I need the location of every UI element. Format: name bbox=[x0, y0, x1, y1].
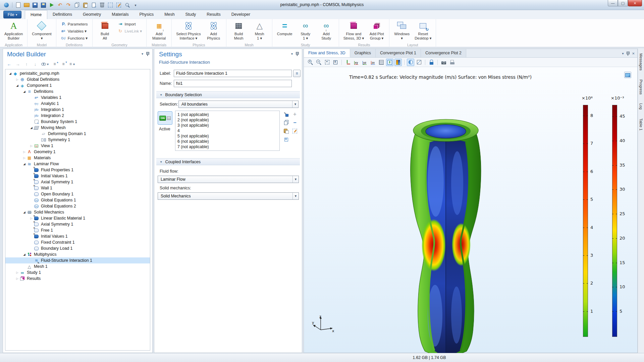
tree-item-fluid-structure-interaction-1[interactable]: Fluid-Structure Interaction 1 bbox=[5, 257, 150, 263]
zoom-out-button[interactable] bbox=[315, 59, 322, 66]
view-xy-button[interactable] bbox=[353, 59, 360, 66]
ribbon-tab-physics[interactable]: Physics bbox=[134, 10, 159, 19]
boundary-list-item[interactable]: 5 (not applicable) bbox=[175, 133, 279, 139]
zoom-to-selection-button[interactable] bbox=[283, 136, 289, 142]
show-equation-button[interactable]: ≡ bbox=[293, 70, 301, 77]
solid-mechanics-combo[interactable]: Solid Mechanics ▼ bbox=[158, 192, 299, 200]
tree-item-mesh-1[interactable]: Mesh 1 bbox=[5, 263, 150, 269]
boundary-selection-section-header[interactable]: ▼ Boundary Selection bbox=[156, 91, 300, 98]
ribbon-tab-home[interactable]: Home bbox=[25, 10, 47, 19]
docked-tab-messages[interactable]: Messages bbox=[639, 51, 643, 73]
qat-clear-selection[interactable] bbox=[115, 1, 122, 9]
docked-tab-table-1[interactable]: Table 1 bbox=[639, 116, 643, 132]
boundary-list-item[interactable]: 6 (not applicable) bbox=[175, 139, 279, 144]
qat-save-as[interactable] bbox=[40, 1, 47, 9]
component-button[interactable]: Component ▾ bbox=[31, 20, 53, 41]
tree-item-materials[interactable]: ▷Materials bbox=[5, 155, 150, 161]
pin-icon[interactable] bbox=[296, 52, 299, 56]
node-text-button[interactable]: ≡▾ bbox=[69, 61, 75, 67]
clip-plane-button[interactable] bbox=[415, 59, 423, 66]
image-snapshot-button[interactable] bbox=[624, 72, 631, 78]
tree-item-integration-1[interactable]: Integration 1 bbox=[5, 107, 150, 113]
tree-item-view-1[interactable]: ▷View 1 bbox=[5, 143, 150, 149]
tree-item-global-definitions[interactable]: ▷Global Definitions bbox=[5, 76, 150, 82]
tree-item-axial-symmetry-1[interactable]: Axial Symmetry 1 bbox=[5, 179, 150, 185]
paste-button[interactable] bbox=[283, 128, 289, 134]
tree-item-laminar-flow[interactable]: ◢Laminar Flow bbox=[5, 161, 150, 167]
livelink-button[interactable]: LiveLink ▾ bbox=[116, 28, 144, 34]
boundary-list-item[interactable]: 2 (not applicable) bbox=[175, 117, 279, 123]
add-physics-button[interactable]: Add Physics bbox=[204, 20, 223, 41]
qat-paste[interactable] bbox=[82, 1, 89, 9]
ribbon-tab-developer[interactable]: Developer bbox=[226, 10, 256, 19]
forward-button[interactable]: → bbox=[15, 61, 20, 67]
tree-item-global-equations-1[interactable]: Global Equations 1 bbox=[5, 197, 150, 203]
build-all-button[interactable]: Build All bbox=[96, 20, 114, 41]
tree-item-initial-values-1[interactable]: Initial Values 1 bbox=[5, 233, 150, 239]
pump-3d-visualization[interactable] bbox=[405, 111, 487, 361]
qat-copy[interactable] bbox=[73, 1, 80, 9]
chevron-down-icon[interactable]: ▾ bbox=[291, 52, 293, 56]
tree-item-initial-values-1[interactable]: Initial Values 1 bbox=[5, 173, 150, 179]
application-builder-button[interactable]: Application Builder bbox=[3, 20, 24, 41]
close-button[interactable]: × bbox=[628, 0, 642, 6]
qat-qat-dropdown[interactable] bbox=[132, 1, 139, 9]
reset-desktop-button[interactable]: Reset Desktop ▾ bbox=[413, 20, 433, 41]
color-legend-button[interactable] bbox=[394, 59, 402, 66]
pin-icon[interactable] bbox=[626, 51, 629, 56]
minimize-button[interactable]: — bbox=[608, 0, 618, 6]
tree-item-boundary-load-1[interactable]: Boundary Load 1 bbox=[5, 245, 150, 251]
boundary-selection-list[interactable]: 1 (not applicable)2 (not applicable)3 (n… bbox=[175, 111, 280, 151]
zoom-in-button[interactable] bbox=[307, 59, 314, 66]
zoom-box-button[interactable] bbox=[323, 59, 331, 66]
create-selection-button[interactable] bbox=[283, 111, 289, 117]
docked-tab-progress[interactable]: Progress bbox=[639, 77, 643, 97]
transparency-button[interactable] bbox=[407, 59, 414, 66]
tree-item-moving-mesh[interactable]: ◢Moving Mesh bbox=[5, 125, 150, 131]
boundary-list-item[interactable]: 3 (not applicable) bbox=[175, 123, 279, 128]
title-bar[interactable]: peristaltic_pump.mph - COMSOL Multiphysi… bbox=[0, 0, 644, 10]
expand-icon[interactable]: ▷ bbox=[15, 78, 19, 81]
tree-item-boundary-system-1[interactable]: Boundary System 1 bbox=[5, 119, 150, 125]
collapse-icon[interactable]: ◢ bbox=[29, 126, 34, 129]
qat-duplicate[interactable] bbox=[90, 1, 97, 9]
ribbon-tab-results[interactable]: Results bbox=[201, 10, 226, 19]
selection-combo[interactable]: All boundaries ▼ bbox=[178, 101, 299, 108]
qat-open[interactable] bbox=[23, 1, 30, 9]
add-study-button[interactable]: Add Study bbox=[317, 20, 336, 41]
tree-item-results[interactable]: ▷Results bbox=[5, 276, 150, 282]
windows-button[interactable]: Windows ▾ bbox=[392, 20, 411, 41]
collapse-all-button[interactable]: ≡▴ bbox=[52, 61, 57, 67]
view-zx-button[interactable] bbox=[369, 59, 377, 66]
lock-button[interactable] bbox=[428, 59, 435, 66]
tree-item-open-boundary-1[interactable]: Open Boundary 1 bbox=[5, 191, 150, 197]
boundary-list-item[interactable]: 1 (not applicable) bbox=[175, 112, 279, 117]
expand-icon[interactable]: ▷ bbox=[15, 271, 19, 274]
file-menu-button[interactable]: File bbox=[3, 11, 21, 18]
fluid-flow-combo[interactable]: Laminar Flow ▼ bbox=[158, 176, 299, 183]
move-up-button[interactable]: ↑ bbox=[24, 61, 29, 67]
boundary-list-item[interactable]: 4 bbox=[175, 128, 279, 133]
graphics-tab-convergence-plot-2[interactable]: Convergence Plot 2 bbox=[421, 49, 466, 57]
tree-item-peristaltic-pump-mph[interactable]: ◢peristaltic_pump.mph bbox=[5, 70, 150, 76]
parameters-button[interactable]: Parameters bbox=[59, 21, 89, 27]
tree-item-integration-2[interactable]: Integration 2 bbox=[5, 113, 150, 119]
qat-undo[interactable] bbox=[56, 1, 64, 9]
tree-item-fluid-properties-1[interactable]: Fluid Properties 1 bbox=[5, 167, 150, 173]
qat-redo[interactable] bbox=[65, 1, 72, 9]
ribbon-tab-materials[interactable]: Materials bbox=[106, 10, 134, 19]
tree-item-free-1[interactable]: Free 1 bbox=[5, 227, 150, 233]
tree-item-analytic-1[interactable]: Analytic 1 bbox=[5, 101, 150, 107]
graphics-tab-graphics[interactable]: Graphics bbox=[350, 49, 376, 57]
view-yz-button[interactable] bbox=[361, 59, 368, 66]
copy-button[interactable] bbox=[283, 120, 289, 126]
tree-item-linear-elastic-material-1[interactable]: ▷Linear Elastic Material 1 bbox=[5, 215, 150, 221]
study-1-button[interactable]: Study 1 ▾ bbox=[296, 20, 315, 41]
docked-tab-log[interactable]: Log bbox=[639, 101, 643, 112]
tree-item-axial-symmetry-1[interactable]: Axial Symmetry 1 bbox=[5, 221, 150, 227]
ribbon-tab-definitions[interactable]: Definitions bbox=[47, 10, 77, 19]
boundary-list-item[interactable]: 7 (not applicable) bbox=[175, 144, 279, 149]
plot-canvas[interactable]: Time=0.82 s Surface: Velocity magnitude … bbox=[304, 67, 637, 353]
clear-button[interactable] bbox=[292, 128, 298, 134]
tree-item-fixed-constraint-1[interactable]: Fixed Constraint 1 bbox=[5, 239, 150, 245]
